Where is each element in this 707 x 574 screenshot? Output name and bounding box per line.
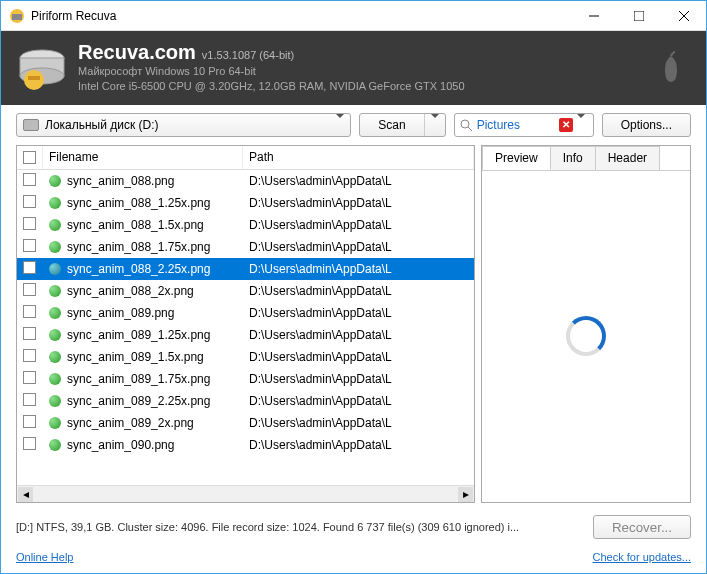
status-dot-icon xyxy=(49,329,61,341)
row-checkbox[interactable] xyxy=(17,371,43,387)
preview-tabs: Preview Info Header xyxy=(482,146,690,170)
file-path: D:\Users\admin\AppData\L xyxy=(243,174,474,188)
svg-rect-10 xyxy=(28,76,40,80)
file-path: D:\Users\admin\AppData\L xyxy=(243,306,474,320)
row-checkbox[interactable] xyxy=(17,173,43,189)
row-checkbox[interactable] xyxy=(17,327,43,343)
options-button[interactable]: Options... xyxy=(602,113,691,137)
file-name: sync_anim_088.png xyxy=(67,174,174,188)
row-checkbox[interactable] xyxy=(17,217,43,233)
status-dot-icon xyxy=(49,439,61,451)
file-path: D:\Users\admin\AppData\L xyxy=(243,372,474,386)
filter-dropdown[interactable] xyxy=(573,118,589,132)
tab-preview[interactable]: Preview xyxy=(482,146,551,170)
loading-spinner-icon xyxy=(566,316,606,356)
header-path[interactable]: Path xyxy=(243,146,474,169)
table-row[interactable]: sync_anim_089_2.25x.pngD:\Users\admin\Ap… xyxy=(17,390,474,412)
recover-button[interactable]: Recover... xyxy=(593,515,691,539)
file-name: sync_anim_090.png xyxy=(67,438,174,452)
table-row[interactable]: sync_anim_088.pngD:\Users\admin\AppData\… xyxy=(17,170,474,192)
table-row[interactable]: sync_anim_089_1.25x.pngD:\Users\admin\Ap… xyxy=(17,324,474,346)
drive-label: Локальный диск (D:) xyxy=(45,118,159,132)
row-checkbox[interactable] xyxy=(17,393,43,409)
table-row[interactable]: sync_anim_088_2.25x.pngD:\Users\admin\Ap… xyxy=(17,258,474,280)
chevron-down-icon xyxy=(336,114,344,132)
file-path: D:\Users\admin\AppData\L xyxy=(243,218,474,232)
preview-body xyxy=(482,170,690,502)
filter-box[interactable]: Pictures ✕ xyxy=(454,113,594,137)
svg-rect-3 xyxy=(634,11,644,21)
file-path: D:\Users\admin\AppData\L xyxy=(243,438,474,452)
drive-selector[interactable]: Локальный диск (D:) xyxy=(16,113,351,137)
file-name: sync_anim_088_1.25x.png xyxy=(67,196,210,210)
file-name: sync_anim_089.png xyxy=(67,306,174,320)
file-list-header: Filename Path xyxy=(17,146,474,170)
status-dot-icon xyxy=(49,241,61,253)
tab-header[interactable]: Header xyxy=(595,146,660,170)
file-path: D:\Users\admin\AppData\L xyxy=(243,284,474,298)
horizontal-scrollbar[interactable]: ◂ ▸ xyxy=(17,485,474,502)
table-row[interactable]: sync_anim_090.pngD:\Users\admin\AppData\… xyxy=(17,434,474,456)
scan-button[interactable]: Scan xyxy=(359,113,445,137)
preview-panel: Preview Info Header xyxy=(481,145,691,503)
chevron-down-icon xyxy=(431,114,439,132)
file-path: D:\Users\admin\AppData\L xyxy=(243,262,474,276)
row-checkbox[interactable] xyxy=(17,283,43,299)
scan-dropdown[interactable] xyxy=(425,118,445,132)
recuva-logo-icon xyxy=(16,44,68,92)
status-bar: [D:] NTFS, 39,1 GB. Cluster size: 4096. … xyxy=(1,509,706,545)
header-filename[interactable]: Filename xyxy=(43,146,243,169)
table-row[interactable]: sync_anim_088_2x.pngD:\Users\admin\AppDa… xyxy=(17,280,474,302)
file-list: Filename Path sync_anim_088.pngD:\Users\… xyxy=(16,145,475,503)
row-checkbox[interactable] xyxy=(17,349,43,365)
scroll-left-icon[interactable]: ◂ xyxy=(18,487,33,502)
status-dot-icon xyxy=(49,351,61,363)
status-dot-icon xyxy=(49,373,61,385)
close-button[interactable] xyxy=(661,1,706,31)
table-row[interactable]: sync_anim_089_1.75x.pngD:\Users\admin\Ap… xyxy=(17,368,474,390)
window-title: Piriform Recuva xyxy=(31,9,571,23)
status-dot-icon xyxy=(49,285,61,297)
svg-rect-1 xyxy=(12,14,22,20)
brand-name: Recuva xyxy=(78,41,149,63)
status-message: [D:] NTFS, 39,1 GB. Cluster size: 4096. … xyxy=(16,521,583,533)
file-path: D:\Users\admin\AppData\L xyxy=(243,196,474,210)
row-checkbox[interactable] xyxy=(17,261,43,277)
file-path: D:\Users\admin\AppData\L xyxy=(243,328,474,342)
file-name: sync_anim_089_1.75x.png xyxy=(67,372,210,386)
brand-suffix: .com xyxy=(149,41,196,63)
table-row[interactable]: sync_anim_088_1.75x.pngD:\Users\admin\Ap… xyxy=(17,236,474,258)
file-name: sync_anim_088_1.5x.png xyxy=(67,218,204,232)
file-path: D:\Users\admin\AppData\L xyxy=(243,350,474,364)
check-updates-link[interactable]: Check for updates... xyxy=(593,551,691,563)
status-dot-icon xyxy=(49,417,61,429)
table-row[interactable]: sync_anim_089.pngD:\Users\admin\AppData\… xyxy=(17,302,474,324)
row-checkbox[interactable] xyxy=(17,415,43,431)
minimize-button[interactable] xyxy=(571,1,616,31)
maximize-button[interactable] xyxy=(616,1,661,31)
row-checkbox[interactable] xyxy=(17,195,43,211)
row-checkbox[interactable] xyxy=(17,437,43,453)
file-path: D:\Users\admin\AppData\L xyxy=(243,394,474,408)
scroll-right-icon[interactable]: ▸ xyxy=(458,487,473,502)
row-checkbox[interactable] xyxy=(17,239,43,255)
file-name: sync_anim_089_2x.png xyxy=(67,416,194,430)
file-name: sync_anim_088_2.25x.png xyxy=(67,262,210,276)
header-checkbox[interactable] xyxy=(17,146,43,169)
version-text: v1.53.1087 (64-bit) xyxy=(202,49,294,61)
table-row[interactable]: sync_anim_088_1.25x.pngD:\Users\admin\Ap… xyxy=(17,192,474,214)
file-name: sync_anim_089_1.25x.png xyxy=(67,328,210,342)
table-row[interactable]: sync_anim_089_2x.pngD:\Users\admin\AppDa… xyxy=(17,412,474,434)
online-help-link[interactable]: Online Help xyxy=(16,551,73,563)
scan-label[interactable]: Scan xyxy=(360,114,424,136)
pear-icon xyxy=(651,48,691,88)
file-path: D:\Users\admin\AppData\L xyxy=(243,240,474,254)
svg-line-12 xyxy=(468,127,472,131)
row-checkbox[interactable] xyxy=(17,305,43,321)
tab-info[interactable]: Info xyxy=(550,146,596,170)
app-icon xyxy=(9,8,25,24)
table-row[interactable]: sync_anim_088_1.5x.pngD:\Users\admin\App… xyxy=(17,214,474,236)
clear-filter-icon[interactable]: ✕ xyxy=(559,118,573,132)
table-row[interactable]: sync_anim_089_1.5x.pngD:\Users\admin\App… xyxy=(17,346,474,368)
status-dot-icon xyxy=(49,307,61,319)
